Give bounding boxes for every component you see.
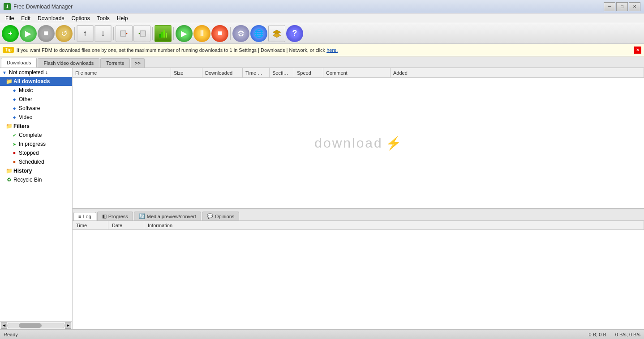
svg-rect-4 [159,34,161,38]
scheduler-button[interactable]: 🌐 [250,25,267,42]
refresh-button[interactable]: ↺ [56,25,73,42]
status-right: 0 B; 0 B 0 B/s; 0 B/s [589,332,640,337]
bottom-tab-media[interactable]: 🔄 Media preview/convert [134,212,201,220]
sidebar-label-history: History [13,168,32,174]
download-list: download ⚡ [73,78,644,208]
scroll-left-arrow[interactable]: ◀ [1,322,7,329]
media-tab-icon: 🔄 [139,213,145,219]
col-header-time[interactable]: Time … [243,68,270,77]
tab-more[interactable]: >> [131,58,145,68]
sidebar-item-music[interactable]: ◆ Music [0,86,72,95]
log-col-info[interactable]: Information [144,221,644,229]
stop-button[interactable]: ■ [38,25,55,42]
toolbar-separator-3 [152,27,153,40]
menu-downloads[interactable]: Downloads [34,14,68,22]
help-button[interactable]: ? [286,25,303,42]
toolbar-separator-2 [113,27,114,40]
toolbar-separator-1 [74,27,75,40]
bottom-tab-opinions[interactable]: 💬 Opinions [202,212,239,220]
sidebar-label-stopped: Stopped [19,150,39,156]
window-controls: ─ □ ✕ [604,2,640,11]
svg-rect-6 [163,30,165,38]
col-header-size[interactable]: Size [171,68,202,77]
status-speed: 0 B/s; 0 B/s [615,332,640,337]
col-header-added[interactable]: Added [391,68,644,77]
menu-options[interactable]: Options [68,14,93,22]
sidebar-item-software[interactable]: ◆ Software [0,104,72,113]
minimize-button[interactable]: ─ [604,2,615,11]
sidebar-item-other[interactable]: ◆ Other [0,95,72,104]
move-down-button[interactable]: ↓ [94,25,112,42]
statistics-button[interactable] [155,25,172,42]
sidebar-label-not-completed: Not completed ↓ [9,69,48,76]
app-icon: ⬇ [4,3,11,10]
download-watermark: download ⚡ [314,136,402,151]
bottom-tab-log[interactable]: ≡ Log [73,212,96,220]
svg-rect-5 [161,32,163,38]
bullet-other-icon: ◆ [12,97,17,102]
sidebar-item-in-progress[interactable]: ➤ In progress [0,140,72,148]
log-header: Time Date Information [73,221,644,230]
bottom-tab-progress[interactable]: ◧ Progress [97,212,133,220]
scroll-track[interactable] [7,323,65,328]
sidebar-label-filters: Filters [13,123,30,129]
sidebar-item-video[interactable]: ◆ Video [0,113,72,122]
sidebar-scrollbar[interactable]: ◀ ▶ [0,321,72,329]
start-button[interactable]: ▶ [20,25,37,42]
col-header-comment[interactable]: Comment [323,68,391,77]
add-download-button[interactable]: + [2,25,19,42]
main-area: ▼ Not completed ↓ 📁 All downloads ◆ Musi… [0,68,644,329]
col-header-downloaded[interactable]: Downloaded [202,68,243,77]
progress-tab-icon: ◧ [102,213,107,219]
tab-bar: Downloads Flash video downloads Torrents… [0,56,644,68]
layers-button[interactable] [268,25,285,42]
not-completed-icon: ▼ [2,70,7,75]
sidebar-item-history[interactable]: 📁 History [0,166,72,175]
menu-file[interactable]: File [2,14,17,22]
sidebar-item-all-downloads[interactable]: 📁 All downloads [0,77,72,86]
sidebar-item-recycle-bin[interactable]: ♻ Recycle Bin [0,175,72,184]
log-col-date[interactable]: Date [108,221,144,229]
move-up-button[interactable]: ↑ [77,25,94,42]
watermark-icon: ⚡ [386,136,402,151]
col-header-speed[interactable]: Speed [294,68,323,77]
stopped-icon: ■ [12,150,17,156]
tip-close-button[interactable]: ✕ [634,47,641,54]
pause-all-button[interactable]: ⏸ [193,25,210,42]
col-header-filename[interactable]: File name [73,68,171,77]
sidebar-item-not-completed[interactable]: ▼ Not completed ↓ [0,68,72,77]
menu-tools[interactable]: Tools [94,14,113,22]
stop-all-button[interactable]: ■ [211,25,228,42]
bottom-tab-media-label: Media preview/convert [147,214,196,219]
log-col-time[interactable]: Time [73,221,108,229]
close-button[interactable]: ✕ [629,2,640,11]
sidebar-item-scheduled[interactable]: ■ Scheduled [0,157,72,166]
sidebar-item-stopped[interactable]: ■ Stopped [0,148,72,157]
tip-link[interactable]: here. [326,47,338,53]
import-button[interactable] [116,25,133,42]
folder-icon-history: 📁 [6,168,12,174]
menu-edit[interactable]: Edit [17,14,34,22]
export-button[interactable] [133,25,150,42]
sidebar-label-recycle-bin: Recycle Bin [13,177,42,183]
sidebar-scroll[interactable]: ▼ Not completed ↓ 📁 All downloads ◆ Musi… [0,68,72,321]
scroll-right-arrow[interactable]: ▶ [65,322,71,329]
menu-help[interactable]: Help [113,14,132,22]
sidebar-item-filters[interactable]: 📁 Filters [0,122,72,131]
maximize-button[interactable]: □ [616,2,628,11]
settings-button[interactable]: ⚙ [232,25,249,42]
svg-marker-3 [138,33,140,34]
tab-torrents[interactable]: Torrents [100,58,130,68]
sidebar-label-complete: Complete [19,132,42,138]
bottom-tab-bar: ≡ Log ◧ Progress 🔄 Media preview/convert… [73,209,644,221]
tipbar: Tip If you want FDM to download files on… [0,44,644,56]
progress-icon: ➤ [12,141,17,147]
start-all-button[interactable]: ▶ [176,25,193,42]
svg-rect-7 [166,33,167,38]
tab-flash-video[interactable]: Flash video downloads [38,58,99,68]
col-header-sections[interactable]: Secti… [270,68,294,77]
sidebar-item-complete[interactable]: ✔ Complete [0,131,72,140]
window-title: Free Download Manager [13,4,604,10]
sidebar-label-all-downloads: All downloads [13,78,50,85]
tab-downloads[interactable]: Downloads [1,58,37,68]
